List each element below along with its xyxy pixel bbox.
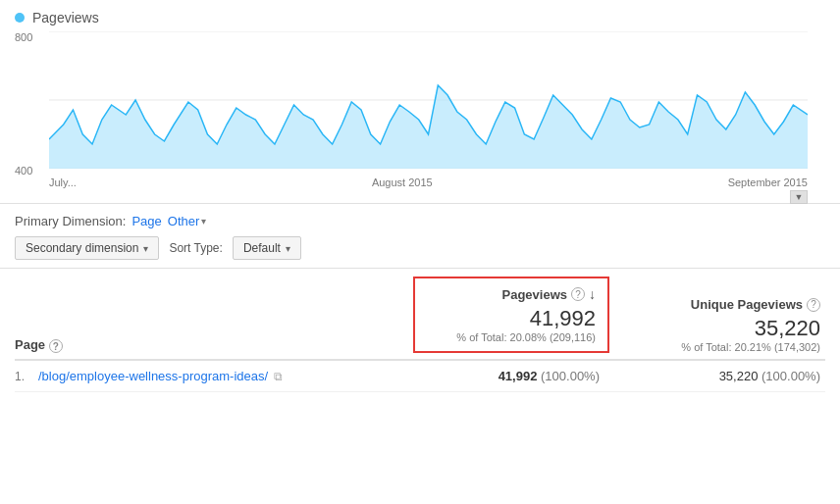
x-label-september: September 2015 [728,176,808,188]
chart-area: 800 400 July... August 2015 September 20… [15,31,825,198]
scrollbar-button[interactable]: ▼ [790,190,808,204]
primary-dimension-row: Primary Dimension: Page Other ▾ [15,214,825,228]
secondary-dimension-row: Secondary dimension ▾ Sort Type: Default… [15,236,825,260]
chart-canvas [49,31,808,174]
page-dimension-link[interactable]: Page [131,214,161,228]
chart-section: Pageviews 800 400 July... August 2015 Se… [0,0,840,204]
y-axis: 800 400 [15,31,32,198]
cell-upv-1: 35,220 (100.00%) [609,369,825,383]
page-link-1[interactable]: /blog/employee-wellness-program-ideas/ [38,369,268,383]
th-unique-pageviews: Unique Pageviews ? 35,220 % of Total: 20… [609,297,825,353]
upv-label-row: Unique Pageviews ? [691,297,820,312]
th-page-label: Page [15,337,45,352]
copy-icon-1[interactable]: ⧉ [274,370,283,383]
row-num-1: 1. [15,370,32,383]
cell-pv-1: 41,992 (100.00%) [394,369,609,383]
th-upv-label: Unique Pageviews [691,297,803,312]
sort-arrow: ▾ [286,243,290,254]
sort-type-button[interactable]: Default ▾ [233,236,301,260]
secondary-dimension-button[interactable]: Secondary dimension ▾ [15,236,159,260]
pv-total-value: 41,992 [427,306,596,331]
other-label: Other [168,214,200,228]
table-row: 1. /blog/employee-wellness-program-ideas… [15,361,825,392]
x-label-july: July... [49,176,77,188]
pv-help-icon[interactable]: ? [571,287,585,301]
y-label-400: 400 [15,165,32,176]
upv-help-icon[interactable]: ? [807,298,820,312]
x-axis: July... August 2015 September 2015 [49,174,808,188]
chart-svg [49,31,808,169]
pageviews-highlight-box: Pageviews ? ↓ 41,992 % of Total: 20.08% … [413,277,609,353]
y-label-800: 800 [15,31,32,43]
pv-val-1: 41,992 [499,369,538,383]
other-dimension-dropdown[interactable]: Other ▾ [168,214,207,228]
pv-label-row: Pageviews ? ↓ [427,286,596,302]
chart-title-text: Pageviews [32,10,99,25]
chart-title-row: Pageviews [15,10,825,25]
x-label-august: August 2015 [372,176,433,188]
table-header: Page ? Pageviews ? ↓ 41,992 % of Total: … [15,269,825,361]
chart-dot [15,13,25,23]
pv-total-percent: % of Total: 20.08% (209,116) [427,331,596,343]
secondary-dim-label: Secondary dimension [26,241,138,255]
upv-total-value: 35,220 [755,316,820,341]
table-section: Page ? Pageviews ? ↓ 41,992 % of Total: … [0,269,840,392]
upv-val-1: 35,220 [719,369,759,383]
upv-pct-1: (100.00%) [761,369,820,383]
sort-default-label: Default [243,241,281,255]
th-pv-label: Pageviews [502,287,568,302]
upv-total-percent: % of Total: 20.21% (174,302) [681,341,820,353]
sort-type-label: Sort Type: [169,241,222,255]
page-help-icon[interactable]: ? [49,339,63,353]
other-dropdown-arrow: ▾ [201,216,206,227]
dimension-section: Primary Dimension: Page Other ▾ Secondar… [0,204,840,269]
th-page: Page ? [15,337,394,353]
scrollbar-row: ▼ [15,190,808,204]
cell-page-1: 1. /blog/employee-wellness-program-ideas… [15,369,394,383]
th-pageviews: Pageviews ? ↓ 41,992 % of Total: 20.08% … [394,277,609,353]
primary-dim-label: Primary Dimension: [15,214,126,228]
pv-sort-icon[interactable]: ↓ [589,286,596,302]
pv-pct-1: (100.00%) [541,369,600,383]
secondary-dim-arrow: ▾ [143,243,148,254]
